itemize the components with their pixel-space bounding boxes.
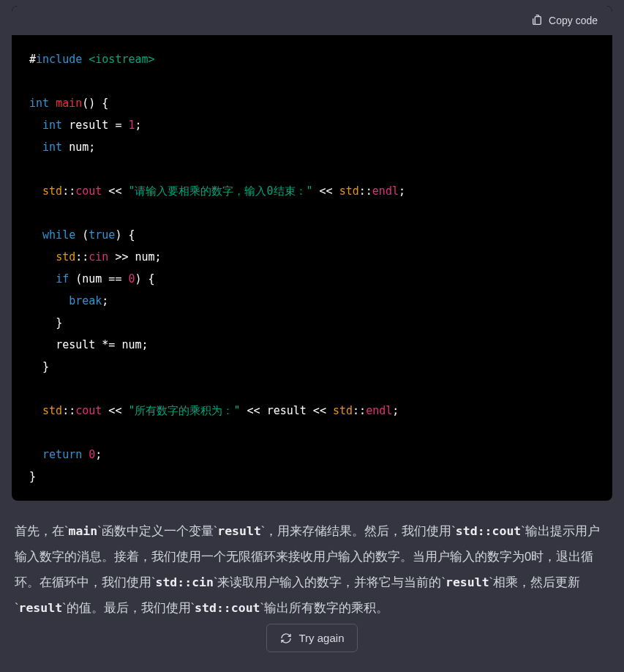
brace-close: }: [42, 360, 49, 373]
copy-code-label: Copy code: [549, 15, 598, 26]
stream-out-op: <<: [102, 404, 128, 417]
explanation-segment: `来读取用户输入的数字，并将它与当前的`: [214, 575, 446, 589]
copy-code-button[interactable]: Copy code: [528, 12, 601, 29]
semicolon: ;: [135, 119, 142, 132]
ident-result: result: [267, 404, 307, 417]
try-again-button[interactable]: Try again: [266, 624, 358, 652]
scope-op: ::: [353, 404, 366, 417]
semicolon: ;: [142, 338, 149, 351]
semicolon: ;: [95, 448, 102, 461]
semicolon: ;: [89, 141, 95, 154]
endl-member: endl: [366, 404, 392, 417]
literal-zero: 0: [89, 448, 95, 461]
scope-op: ::: [359, 184, 372, 198]
inline-code-cout: std::cout: [195, 601, 260, 615]
clipboard-icon: [531, 15, 543, 26]
std-namespace: std: [339, 184, 359, 198]
ident-num: num: [135, 250, 155, 264]
inline-code-result: result: [19, 601, 63, 615]
eq-op: ==: [102, 272, 128, 285]
explanation-segment: `输出所有数字的乘积。: [260, 601, 389, 614]
semicolon: ;: [102, 294, 108, 307]
semicolon: ;: [392, 404, 399, 417]
paren-close: ): [135, 272, 142, 285]
if-keyword: if: [56, 272, 69, 285]
return-keyword: return: [42, 448, 82, 461]
ident-num: num: [69, 141, 89, 154]
assign-op: =: [108, 119, 128, 132]
scope-op: ::: [62, 184, 75, 198]
code-header: Copy code: [12, 6, 612, 35]
semicolon: ;: [399, 184, 405, 198]
cout-member: cout: [75, 184, 102, 198]
literal-one: 1: [128, 119, 135, 132]
endl-member: endl: [372, 184, 399, 198]
break-keyword: break: [69, 294, 102, 307]
inline-code-cin: std::cin: [156, 575, 214, 589]
inline-code-main: main: [69, 524, 98, 538]
try-again-wrapper: Try again: [0, 624, 624, 652]
semicolon: ;: [155, 250, 162, 264]
std-namespace: std: [333, 404, 353, 417]
stream-out-op: <<: [307, 404, 333, 417]
preproc-hash: #: [29, 53, 36, 66]
explanation-segment: `的值。最后，我们使用`: [62, 601, 195, 614]
paren-open: (: [82, 97, 89, 110]
int-keyword: int: [29, 97, 49, 110]
brace-close: }: [29, 470, 36, 483]
code-block: Copy code #include <iostream> int main()…: [12, 6, 612, 501]
cin-member: cin: [89, 250, 108, 264]
scope-op: ::: [62, 404, 75, 417]
inline-code-cout: std::cout: [456, 524, 521, 538]
code-content: #include <iostream> int main() { int res…: [12, 35, 612, 501]
ident-result: result: [69, 119, 108, 132]
ident-result: result: [56, 338, 95, 351]
try-again-label: Try again: [299, 632, 345, 644]
include-path: <iostream>: [89, 53, 154, 66]
paren-close: ): [89, 97, 95, 110]
stream-in-op: >>: [108, 250, 135, 264]
explanation-segment: 首先，在`: [15, 524, 69, 537]
brace-open: {: [128, 228, 135, 242]
std-namespace: std: [42, 184, 62, 198]
true-keyword: true: [89, 228, 115, 242]
explanation-segment: `函数中定义一个变量`: [97, 524, 217, 537]
explanation-text: 首先，在`main`函数中定义一个变量`result`，用来存储结果。然后，我们…: [0, 501, 624, 621]
cout-member: cout: [75, 404, 102, 417]
std-namespace: std: [56, 250, 75, 264]
std-namespace: std: [42, 404, 62, 417]
ident-num: num: [82, 272, 102, 285]
brace-open: {: [149, 272, 155, 285]
stream-out-op: <<: [241, 404, 267, 417]
int-keyword: int: [42, 119, 62, 132]
inline-code-result: result: [217, 524, 261, 538]
explanation-segment: `，用来存储结果。然后，我们使用`: [261, 524, 456, 537]
stream-out-op: <<: [313, 184, 339, 198]
paren-open: (: [75, 272, 82, 285]
svg-rect-0: [535, 17, 541, 25]
int-keyword: int: [42, 141, 62, 154]
string-result: "所有数字的乘积为：": [128, 404, 240, 417]
ident-num: num: [121, 338, 141, 351]
mul-assign-op: *=: [95, 338, 121, 351]
brace-open: {: [102, 97, 108, 110]
while-keyword: while: [42, 228, 75, 242]
scope-op: ::: [75, 250, 89, 264]
inline-code-result: result: [446, 575, 489, 589]
brace-close: }: [56, 316, 62, 329]
stream-out-op: <<: [102, 184, 128, 198]
paren-close: ): [115, 228, 121, 242]
include-keyword: include: [36, 53, 82, 66]
literal-zero: 0: [128, 272, 135, 285]
paren-open: (: [82, 228, 89, 242]
refresh-icon: [280, 632, 292, 644]
main-func: main: [56, 97, 82, 110]
string-prompt: "请输入要相乘的数字，输入0结束：": [128, 184, 312, 198]
